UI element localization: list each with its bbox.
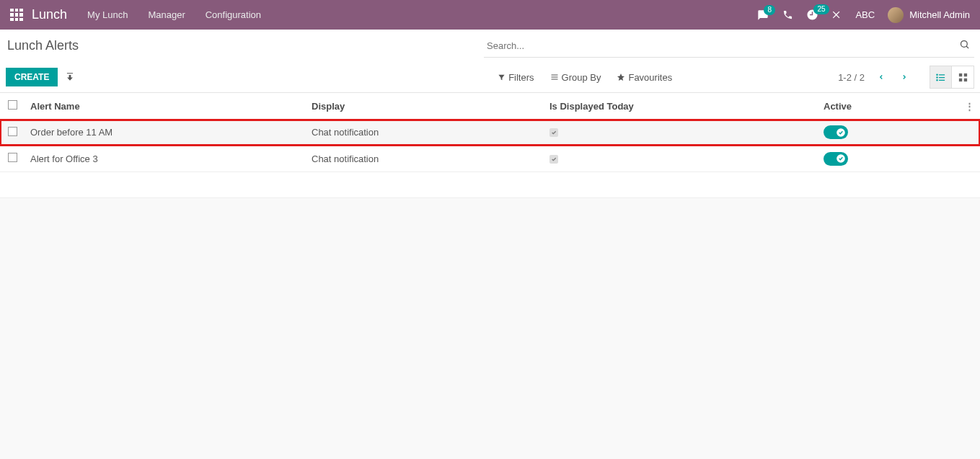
cell-display: Chat notification: [306, 120, 544, 146]
svg-point-1: [937, 74, 937, 75]
alerts-table: Alert Name Display Is Displayed Today Ac…: [0, 93, 980, 172]
favourites-label: Favourites: [628, 72, 672, 83]
svg-rect-6: [958, 78, 961, 81]
pager: 1-2 / 2: [838, 69, 911, 85]
import-button[interactable]: [58, 68, 82, 86]
list-view: Alert Name Display Is Displayed Today Ac…: [0, 93, 980, 198]
col-options-icon[interactable]: ⋮: [959, 93, 980, 120]
menu-configuration[interactable]: Configuration: [206, 9, 261, 20]
top-navbar: Lunch My Lunch Manager Configuration 8 2…: [0, 0, 980, 30]
svg-rect-4: [958, 73, 961, 76]
row-checkbox[interactable]: [8, 127, 17, 136]
cell-active: [818, 120, 959, 146]
app-brand[interactable]: Lunch: [32, 7, 67, 22]
select-all-checkbox[interactable]: [8, 100, 17, 110]
systray: 8 25 ABC Mitchell Admin: [756, 7, 970, 23]
favourites-button[interactable]: Favourites: [617, 72, 672, 83]
control-panel: Lunch Alerts CREATE Filters Group By Fav…: [0, 30, 980, 93]
search-box: [484, 35, 974, 58]
pager-prev[interactable]: [875, 69, 888, 85]
col-is-displayed-today[interactable]: Is Displayed Today: [544, 93, 818, 120]
search-tools: Filters Group By Favourites: [498, 72, 672, 83]
filters-button[interactable]: Filters: [498, 72, 534, 83]
table-footer: [0, 172, 980, 198]
active-toggle[interactable]: [824, 152, 848, 166]
cell-alert-name: Order before 11 AM: [25, 120, 306, 146]
svg-point-2: [937, 76, 937, 77]
svg-rect-5: [963, 73, 966, 76]
breadcrumb: Lunch Alerts: [6, 38, 79, 53]
table-row[interactable]: Order before 11 AMChat notification: [0, 120, 980, 146]
cell-is-displayed-today: [544, 120, 818, 146]
messages-icon[interactable]: 8: [756, 9, 769, 21]
col-active[interactable]: Active: [818, 93, 959, 120]
main-menu: My Lunch Manager Configuration: [87, 9, 261, 20]
pager-next[interactable]: [898, 69, 911, 85]
pager-text[interactable]: 1-2 / 2: [838, 72, 865, 83]
apps-icon[interactable]: [10, 9, 23, 22]
view-switcher: [930, 66, 974, 89]
svg-point-0: [961, 40, 968, 47]
col-alert-name[interactable]: Alert Name: [25, 93, 306, 120]
cell-is-displayed-today: [544, 146, 818, 172]
avatar: [888, 7, 904, 23]
svg-rect-7: [963, 78, 966, 81]
user-name: Mitchell Admin: [909, 9, 970, 20]
create-button[interactable]: CREATE: [6, 68, 58, 86]
activities-icon[interactable]: 25: [806, 9, 818, 21]
user-menu[interactable]: Mitchell Admin: [888, 7, 970, 23]
search-input[interactable]: [484, 35, 974, 58]
col-display[interactable]: Display: [306, 93, 544, 120]
company-switcher[interactable]: ABC: [855, 9, 875, 20]
menu-my-lunch[interactable]: My Lunch: [87, 9, 128, 20]
svg-point-3: [937, 79, 937, 80]
search-icon[interactable]: [959, 39, 970, 50]
filters-label: Filters: [508, 72, 534, 83]
cell-alert-name: Alert for Office 3: [25, 146, 306, 172]
groupby-button[interactable]: Group By: [550, 72, 601, 83]
phone-icon[interactable]: [782, 9, 793, 20]
cell-display: Chat notification: [306, 146, 544, 172]
table-row[interactable]: Alert for Office 3Chat notification: [0, 146, 980, 172]
activities-badge: 25: [813, 4, 829, 14]
close-tools-icon[interactable]: [831, 9, 842, 20]
row-checkbox[interactable]: [8, 153, 17, 162]
kanban-view-button[interactable]: [952, 66, 974, 88]
groupby-label: Group By: [562, 72, 601, 83]
cell-active: [818, 146, 959, 172]
active-toggle[interactable]: [824, 125, 848, 139]
list-view-button[interactable]: [930, 66, 952, 88]
messages-badge: 8: [764, 5, 775, 15]
menu-manager[interactable]: Manager: [148, 9, 185, 20]
